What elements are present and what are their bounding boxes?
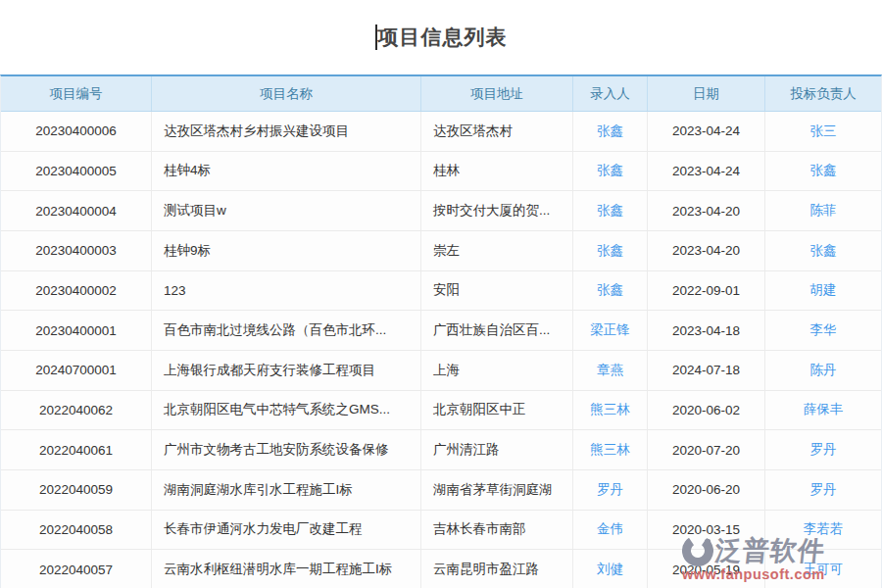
- watermark-url-text: www.fanpusoft.com: [682, 566, 825, 582]
- cell-enterer: 张鑫: [573, 112, 648, 151]
- watermark-brand-text: 泛普软件: [713, 533, 827, 568]
- cell-project-address: 湖南省茅草街洞庭湖: [421, 470, 573, 510]
- table-row: 20230400003 桂钟9标 崇左 张鑫 2023-04-20 张鑫: [1, 231, 881, 271]
- enterer-link[interactable]: 金伟: [597, 520, 623, 538]
- cell-date: 2023-04-20: [648, 191, 765, 230]
- cell-date: 2020-06-02: [648, 391, 765, 430]
- cell-enterer: 张鑫: [573, 191, 648, 230]
- cell-date: 2022-09-01: [648, 271, 765, 311]
- cell-project-number: 20230400003: [1, 231, 152, 270]
- cell-enterer: 梁正锋: [573, 311, 648, 350]
- enterer-link[interactable]: 罗丹: [597, 481, 623, 499]
- table-row: 20230400004 测试项目w 按时交付大厦的贺... 张鑫 2023-04…: [1, 191, 881, 231]
- cell-enterer: 罗丹: [573, 470, 648, 510]
- enterer-link[interactable]: 张鑫: [597, 162, 623, 179]
- bid-manager-link[interactable]: 张三: [810, 122, 837, 140]
- text-cursor-artifact: [375, 24, 377, 50]
- enterer-link[interactable]: 张鑫: [597, 242, 623, 260]
- cell-bid-manager: 张鑫: [765, 152, 881, 191]
- bid-manager-link[interactable]: 陈丹: [810, 362, 837, 379]
- cell-project-address: 崇左: [421, 231, 573, 270]
- project-info-page: 项目信息列表 项目编号 项目名称 项目地址 录入人 日期 投标负责人 20230…: [0, 0, 882, 588]
- bid-manager-link[interactable]: 李华: [810, 321, 837, 339]
- table-row: 20240700001 上海银行成都天府支行装修工程项目 上海 章燕 2024-…: [1, 351, 881, 391]
- table-row: 2022040061 广州市文物考古工地安防系统设备保修 广州清江路 熊三林 2…: [1, 430, 881, 470]
- cell-project-name: 云南水利枢纽潜明水库一期工程施工I标: [152, 550, 421, 588]
- enterer-link[interactable]: 刘健: [597, 561, 623, 578]
- watermark-brand-row: 泛普软件: [682, 533, 874, 568]
- cell-project-address: 广西壮族自治区百...: [421, 311, 573, 350]
- cell-enterer: 熊三林: [573, 391, 648, 430]
- bid-manager-link[interactable]: 胡建: [810, 281, 837, 299]
- table-row: 20230400005 桂钟4标 桂林 张鑫 2023-04-24 张鑫: [1, 152, 881, 192]
- table-row: 2022040059 湖南洞庭湖水库引水工程施工I标 湖南省茅草街洞庭湖 罗丹 …: [1, 470, 881, 511]
- enterer-link[interactable]: 熊三林: [590, 401, 630, 418]
- cell-project-number: 2022040058: [1, 511, 152, 550]
- cell-bid-manager: 胡建: [765, 271, 881, 311]
- cell-enterer: 金伟: [573, 511, 648, 550]
- cell-bid-manager: 张三: [765, 112, 881, 151]
- cell-project-address: 上海: [421, 351, 573, 390]
- cell-project-address: 达孜区塔杰村: [421, 112, 573, 151]
- cell-project-address: 桂林: [421, 152, 573, 191]
- cell-project-name: 百色市南北过境线公路（百色市北环...: [152, 311, 421, 350]
- column-header-project-number: 项目编号: [1, 76, 152, 111]
- bid-manager-link[interactable]: 罗丹: [810, 441, 837, 459]
- cell-project-number: 2022040059: [1, 470, 152, 510]
- enterer-link[interactable]: 张鑫: [597, 122, 623, 140]
- cell-project-name: 长春市伊通河水力发电厂改建工程: [152, 511, 421, 550]
- table-row: 2022040062 北京朝阳区电气中芯特气系统之GMS... 北京朝阳区中正 …: [1, 391, 881, 431]
- table-row: 20230400002 123 安阳 张鑫 2022-09-01 胡建: [1, 271, 881, 312]
- cell-bid-manager: 薛保丰: [765, 391, 881, 430]
- cell-project-name: 达孜区塔杰村乡村振兴建设项目: [152, 112, 421, 151]
- cell-project-name: 湖南洞庭湖水库引水工程施工I标: [152, 470, 421, 510]
- cell-project-name: 上海银行成都天府支行装修工程项目: [152, 351, 421, 390]
- cell-bid-manager: 陈丹: [765, 351, 881, 390]
- enterer-link[interactable]: 章燕: [597, 362, 623, 379]
- bid-manager-link[interactable]: 张鑫: [810, 162, 837, 179]
- cell-bid-manager: 李华: [765, 311, 881, 350]
- bid-manager-link[interactable]: 罗丹: [810, 481, 837, 499]
- enterer-link[interactable]: 熊三林: [590, 441, 630, 459]
- enterer-link[interactable]: 张鑫: [597, 281, 623, 299]
- cell-date: 2023-04-18: [648, 311, 765, 350]
- cell-date: 2024-07-18: [648, 351, 765, 390]
- cell-project-address: 安阳: [421, 271, 573, 311]
- cell-date: 2023-04-24: [648, 152, 765, 191]
- cell-project-number: 20230400001: [1, 311, 152, 350]
- cell-enterer: 张鑫: [573, 271, 648, 311]
- enterer-link[interactable]: 梁正锋: [590, 321, 630, 339]
- cell-project-address: 云南昆明市盈江路: [421, 550, 573, 588]
- table-header-row: 项目编号 项目名称 项目地址 录入人 日期 投标负责人: [1, 76, 881, 112]
- cell-project-name: 测试项目w: [152, 191, 421, 230]
- cell-project-address: 按时交付大厦的贺...: [421, 191, 573, 230]
- cell-project-number: 20230400005: [1, 152, 152, 191]
- fanpu-logo-icon: [682, 535, 713, 566]
- cell-project-name: 桂钟4标: [152, 152, 421, 191]
- table-row: 20230400001 百色市南北过境线公路（百色市北环... 广西壮族自治区百…: [1, 311, 881, 351]
- cell-enterer: 章燕: [573, 351, 648, 390]
- cell-project-name: 123: [152, 271, 421, 311]
- bid-manager-link[interactable]: 陈菲: [810, 202, 837, 220]
- cell-project-address: 北京朝阳区中正: [421, 391, 573, 430]
- cell-date: 2023-04-20: [648, 231, 765, 270]
- enterer-link[interactable]: 张鑫: [597, 202, 623, 220]
- column-header-date: 日期: [648, 76, 765, 111]
- cell-project-number: 20230400002: [1, 271, 152, 311]
- column-header-bid-manager: 投标负责人: [765, 76, 881, 111]
- column-header-project-name: 项目名称: [152, 76, 421, 111]
- cell-project-number: 20240700001: [1, 351, 152, 390]
- cell-enterer: 刘健: [573, 550, 648, 588]
- bid-manager-link[interactable]: 张鑫: [810, 242, 837, 260]
- page-title: 项目信息列表: [378, 24, 508, 51]
- column-header-enterer: 录入人: [573, 76, 648, 111]
- cell-project-name: 广州市文物考古工地安防系统设备保修: [152, 430, 421, 469]
- title-bar: 项目信息列表: [0, 0, 882, 74]
- cell-date: 2020-06-20: [648, 470, 765, 510]
- cell-bid-manager: 陈菲: [765, 191, 881, 230]
- cell-project-number: 20230400004: [1, 191, 152, 230]
- column-header-project-address: 项目地址: [421, 76, 573, 111]
- fanpu-watermark: 泛普软件 www.fanpusoft.com: [682, 533, 874, 582]
- bid-manager-link[interactable]: 薛保丰: [804, 401, 844, 418]
- cell-project-number: 20230400006: [1, 112, 152, 151]
